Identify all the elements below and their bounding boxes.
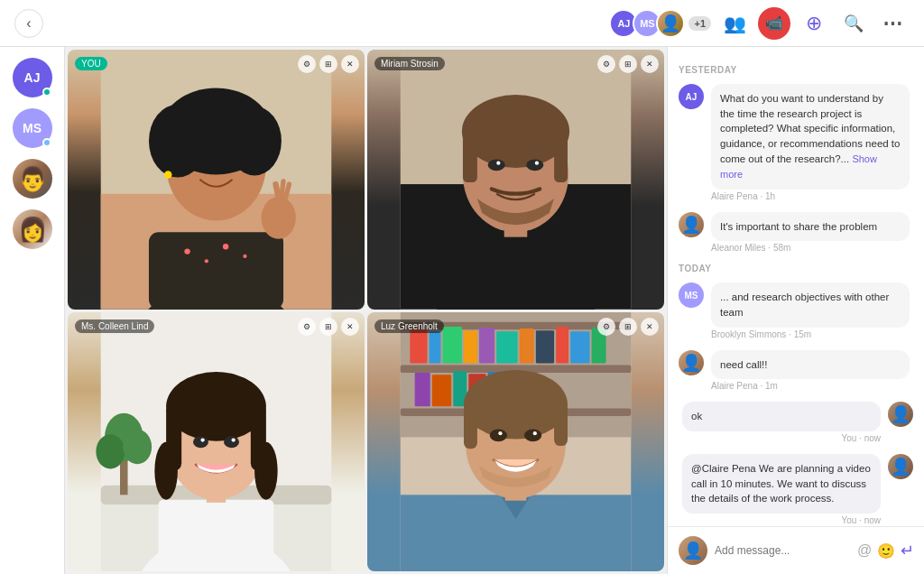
more-button[interactable]: ⋯	[877, 7, 910, 40]
svg-rect-37	[159, 499, 274, 571]
svg-point-45	[193, 436, 208, 448]
svg-rect-63	[570, 331, 589, 363]
svg-rect-65	[415, 373, 430, 406]
svg-point-12	[243, 255, 246, 258]
main-content: AJ MS 👨 👩	[0, 47, 924, 574]
svg-point-75	[464, 369, 568, 439]
svg-rect-55	[430, 331, 441, 363]
more-icon: ⋯	[882, 12, 904, 35]
header: ‹ AJ MS 👤 +1 👥 📹 ⊕ 🔍 ⋯	[0, 0, 924, 47]
msg-avatar-alaire: 👤	[679, 350, 704, 375]
msg-meta-3: Brooklyn Simmons · 15m	[711, 329, 913, 339]
add-button[interactable]: ⊕	[798, 7, 830, 40]
video-expand-btn[interactable]: ⊞	[619, 318, 637, 336]
svg-point-44	[254, 441, 278, 499]
svg-point-13	[262, 197, 296, 239]
mention-icon[interactable]: @	[857, 542, 872, 559]
video-call-button[interactable]: 📹	[758, 7, 790, 40]
msg-content-2: It's important to share the problem Alea…	[711, 212, 913, 254]
sidebar-item-person4[interactable]: 👩	[13, 209, 52, 249]
svg-point-79	[524, 429, 541, 441]
svg-point-34	[96, 434, 125, 468]
message-6: 👤 @Claire Pena We are planning a video c…	[679, 454, 913, 525]
chat-input-avatar: 👤	[679, 536, 707, 565]
msg-meta-4: Alaire Pena · 1m	[711, 381, 913, 391]
svg-point-9	[184, 248, 189, 254]
back-button[interactable]: ‹	[14, 9, 43, 38]
video-expand-btn[interactable]: ⊞	[319, 318, 337, 336]
svg-point-81	[533, 431, 537, 435]
add-icon: ⊕	[806, 12, 822, 35]
svg-point-22	[462, 95, 569, 168]
svg-rect-58	[479, 328, 494, 363]
video-setting-btn[interactable]: ⚙	[298, 318, 316, 336]
svg-point-7	[164, 171, 172, 179]
svg-rect-24	[554, 129, 568, 182]
svg-point-6	[227, 106, 282, 176]
msg-bubble-3: ... and research objectives with other t…	[711, 282, 910, 327]
sidebar-item-ms[interactable]: MS	[13, 108, 52, 148]
video-cell-3: Ms. Colleen Lind ⚙ ⊞ ✕	[68, 312, 365, 572]
msg-bubble-1: What do you want to understand by the ti…	[711, 84, 910, 190]
chat-action-icons: @ 🙂 ↵	[857, 541, 914, 560]
video-setting-btn[interactable]: ⚙	[597, 55, 615, 73]
send-icon[interactable]: ↵	[901, 541, 914, 560]
video-face-1	[68, 50, 365, 310]
sidebar-item-aj[interactable]: AJ	[13, 58, 52, 97]
person-svg-1	[68, 50, 365, 310]
msg-meta-1: Alaire Pena · 1h	[711, 191, 913, 201]
video-controls-1: ⚙ ⊞ ✕	[298, 55, 359, 73]
sidebar-item-person3[interactable]: 👨	[13, 159, 52, 199]
svg-point-25	[488, 159, 505, 171]
chat-input[interactable]	[715, 544, 850, 557]
video-icon: 📹	[765, 14, 783, 32]
svg-point-5	[149, 105, 207, 178]
online-dot	[42, 138, 51, 147]
video-name-4: Luz Greenholt	[374, 319, 444, 333]
video-close-btn[interactable]: ✕	[641, 55, 659, 73]
svg-point-28	[535, 162, 539, 165]
people-icon-btn[interactable]: 👥	[718, 7, 751, 40]
svg-rect-23	[463, 129, 477, 182]
msg-content-3: ... and research objectives with other t…	[711, 282, 913, 338]
svg-point-35	[123, 429, 152, 463]
emoji-icon[interactable]: 🙂	[877, 542, 895, 560]
svg-rect-76	[464, 403, 477, 449]
online-dot	[42, 88, 51, 97]
msg-bubble-6: @Claire Pena We are planning a video cal…	[682, 454, 881, 514]
svg-rect-66	[432, 375, 451, 406]
msg-avatar-you-6: 👤	[888, 454, 913, 479]
svg-point-10	[205, 259, 208, 263]
message-3: MS ... and research objectives with othe…	[679, 282, 913, 338]
date-divider-yesterday: YESTERDAY	[679, 65, 913, 75]
sidebar: AJ MS 👨 👩	[0, 47, 65, 574]
message-2: 👤 It's important to share the problem Al…	[679, 212, 913, 254]
search-button[interactable]: 🔍	[837, 7, 870, 40]
svg-point-43	[154, 441, 178, 499]
video-expand-btn[interactable]: ⊞	[619, 55, 637, 73]
svg-rect-54	[410, 329, 427, 363]
msg-meta-6: You · now	[679, 515, 881, 525]
video-name-2: Miriam Strosin	[374, 57, 445, 70]
msg-bubble-2: It's important to share the problem	[711, 212, 910, 242]
msg-content-1: What do you want to understand by the ti…	[711, 84, 913, 201]
person-svg-2	[367, 50, 664, 310]
search-icon: 🔍	[844, 14, 864, 33]
msg-avatar-you-5: 👤	[888, 402, 913, 427]
header-right: AJ MS 👤 +1 👥 📹 ⊕ 🔍 ⋯	[609, 7, 910, 40]
video-setting-btn[interactable]: ⚙	[597, 318, 615, 336]
chat-panel: YESTERDAY AJ What do you want to underst…	[667, 47, 924, 574]
video-cell-4: Luz Greenholt ⚙ ⊞ ✕	[367, 312, 664, 572]
message-1: AJ What do you want to understand by the…	[679, 84, 913, 201]
video-close-btn[interactable]: ✕	[641, 318, 659, 336]
message-5: 👤 ok You · now	[679, 402, 913, 443]
video-expand-btn[interactable]: ⊞	[319, 55, 337, 73]
video-cell-2: Miriam Strosin ⚙ ⊞ ✕	[367, 50, 664, 310]
video-close-btn[interactable]: ✕	[341, 318, 359, 336]
video-close-btn[interactable]: ✕	[341, 55, 359, 73]
svg-rect-60	[520, 329, 534, 363]
msg-content-6: @Claire Pena We are planning a video cal…	[679, 454, 881, 525]
msg-meta-5: You · now	[679, 433, 881, 443]
video-setting-btn[interactable]: ⚙	[298, 55, 316, 73]
people-icon: 👥	[724, 13, 746, 34]
